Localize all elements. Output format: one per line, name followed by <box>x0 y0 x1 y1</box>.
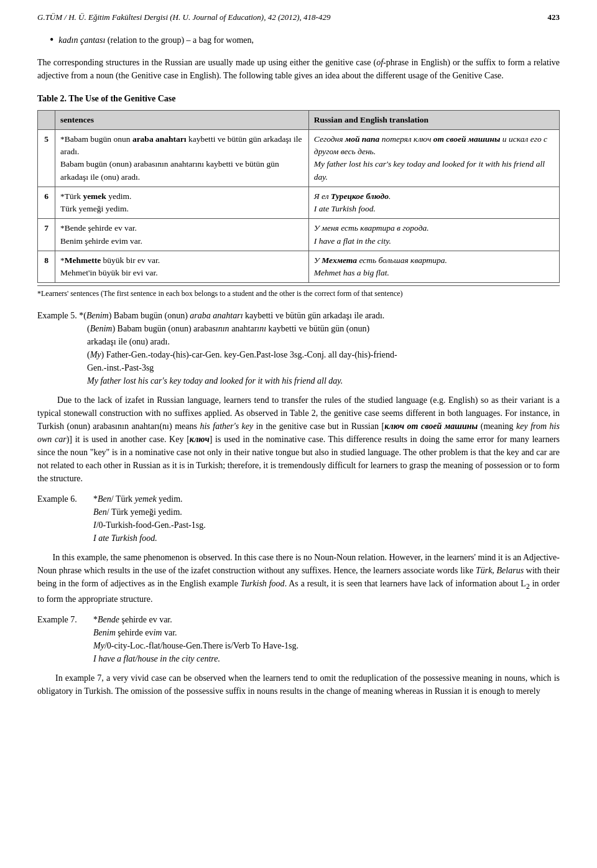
table-row: 5 *Babam bugün onun araba anahtarı kaybe… <box>38 129 560 187</box>
row-num-7: 7 <box>38 219 55 251</box>
example-5-line6: My father lost his car's key today and l… <box>87 374 560 387</box>
row-6-sentence: *Türk yemek yedim. Türk yemeği yedim. <box>55 187 309 219</box>
example-5-line5: Gen.-inst.-Past-3sg <box>87 361 560 374</box>
table-footnote: *Learners' sentences (The first sentence… <box>37 285 560 299</box>
row-7-translation: У меня есть квартира в города. I have a … <box>308 219 559 251</box>
example-7-block: Example 7. *Bende şehirde ev var. Benim … <box>37 613 560 665</box>
example-7-content: *Bende şehirde ev var. Benim şehirde evi… <box>93 613 560 665</box>
table-row: 7 *Bende şehirde ev var. Benim şehirde e… <box>38 219 560 251</box>
example-5-line1: *(Benim) Babam bugün (onun) araba anahta… <box>79 311 384 320</box>
paragraph-1: Due to the lack of izafet in Russian lan… <box>37 394 560 485</box>
example-5-label: Example 5. <box>37 311 79 320</box>
table-row: 6 *Türk yemek yedim. Türk yemeği yedim. … <box>38 187 560 219</box>
example-7-label-cell: Example 7. <box>37 613 93 665</box>
example-7-line1: *Bende şehirde ev var. <box>93 613 560 626</box>
paragraph-3: In example 7, a very vivid case can be o… <box>37 672 560 698</box>
row-5-sentence: *Babam bugün onun araba anahtarı kaybett… <box>55 129 309 187</box>
row-num-6: 6 <box>38 187 55 219</box>
example-6-line1: *Ben/ Türk yemek yedim. <box>93 492 560 506</box>
example-6-block: Example 6. *Ben/ Türk yemek yedim. Ben/ … <box>37 492 560 545</box>
example-6-line2: Ben/ Türk yemeği yedim. <box>93 506 560 519</box>
header-title: G.TÜM / H. Ü. Eğitim Fakültesi Dergisi (… <box>37 12 330 22</box>
table-section: Table 2. The Use of the Genitive Case se… <box>37 92 560 300</box>
row-8-translation: У Мехмета есть большая квартира. Mehmet … <box>308 251 559 283</box>
bullet-dot: • <box>50 34 53 47</box>
table-title: Table 2. The Use of the Genitive Case <box>37 92 560 105</box>
example-6-content: *Ben/ Türk yemek yedim. Ben/ Türk yemeği… <box>93 492 560 545</box>
row-8-sentence: *Mehmette büyük bir ev var. Mehmet'in bü… <box>55 251 309 283</box>
example-5-indent: (Benim) Babam bugün (onun) arabasının an… <box>87 322 560 387</box>
example-5-line3: arkadaşı ile (onu) aradı. <box>87 335 560 348</box>
row-num-8: 8 <box>38 251 55 283</box>
intro-paragraph: The corresponding structures in the Russ… <box>37 56 560 82</box>
paragraph-2: In this example, the same phenomenon is … <box>37 551 560 605</box>
example-5-line2: (Benim) Babam bugün (onun) arabasının an… <box>87 322 560 335</box>
example-6-label-cell: Example 6. <box>37 492 93 545</box>
col-num-header <box>38 110 55 129</box>
example-5-line4: (My) Father-Gen.-today-(his)-car-Gen. ke… <box>87 348 560 361</box>
row-6-translation: Я ел Турецкое блюдо. I ate Turkish food. <box>308 187 559 219</box>
example-6-line4: I ate Turkish food. <box>93 532 560 545</box>
example-7-line3: My/0-city-Loc.-flat/house-Gen.There is/V… <box>93 639 560 652</box>
bullet-text: kadın çantası (relation to the group) – … <box>58 34 254 47</box>
bullet-italic: kadın çantası <box>58 35 105 45</box>
table-row: 8 *Mehmette büyük bir ev var. Mehmet'in … <box>38 251 560 283</box>
row-5-translation: Сегодня мой папа потерял ключ от своей м… <box>308 129 559 187</box>
row-7-sentence: *Bende şehirde ev var. Benim şehirde evi… <box>55 219 309 251</box>
genitive-table: sentences Russian and English translatio… <box>37 110 560 284</box>
col-sentences-header: sentences <box>55 110 309 129</box>
example-7-line2: Benim şehirde evim var. <box>93 626 560 639</box>
col-translation-header: Russian and English translation <box>308 110 559 129</box>
row-num-5: 5 <box>38 129 55 187</box>
example-6-line3: I/0-Turkish-food-Gen.-Past-1sg. <box>93 519 560 532</box>
example-5-block: Example 5. *(Benim) Babam bugün (onun) a… <box>37 309 560 387</box>
page-number: 423 <box>548 12 560 22</box>
example-7-line4: I have a flat/house in the city centre. <box>93 652 560 665</box>
